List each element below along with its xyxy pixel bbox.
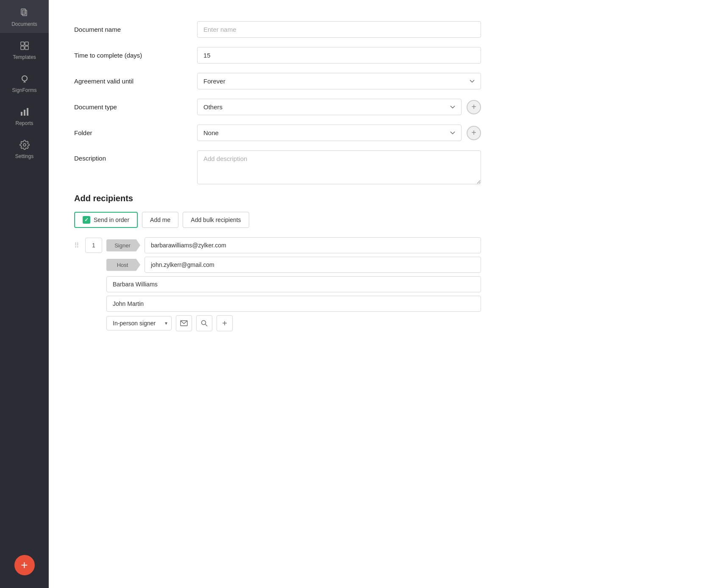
recipient-name1-input[interactable] bbox=[106, 276, 481, 292]
recipients-actions: Send in order Add me Add bulk recipients bbox=[74, 212, 481, 228]
action-row: In-person signer Remote signer ▾ bbox=[106, 315, 481, 331]
recipients-section: Add recipients Send in order Add me Add … bbox=[74, 194, 481, 331]
sidebar-item-documents[interactable]: Documents bbox=[0, 0, 49, 33]
form-row-folder: Folder None Folder 1 Folder 2 + bbox=[74, 125, 481, 141]
form-row-document-name: Document name bbox=[74, 21, 481, 38]
form-row-time: Time to complete (days) bbox=[74, 47, 481, 64]
email-icon-button[interactable] bbox=[176, 315, 192, 331]
document-type-select[interactable]: Others Contract Invoice NDA bbox=[197, 99, 462, 115]
documents-icon bbox=[19, 8, 30, 18]
order-number: 1 bbox=[85, 238, 102, 253]
host-role-badge: Host bbox=[106, 259, 140, 271]
svg-point-15 bbox=[202, 321, 206, 325]
agreement-wrap: Forever 1 year 2 years Custom bbox=[197, 73, 481, 89]
sidebar-item-documents-label: Documents bbox=[11, 21, 37, 27]
svg-rect-10 bbox=[21, 112, 22, 116]
add-bulk-button[interactable]: Add bulk recipients bbox=[183, 212, 249, 228]
folder-select[interactable]: None Folder 1 Folder 2 bbox=[197, 125, 462, 141]
recipients-title: Add recipients bbox=[74, 194, 481, 203]
recipient-group-1: ⠿ 1 Signer Host bbox=[74, 237, 481, 331]
svg-rect-6 bbox=[21, 46, 24, 50]
description-textarea[interactable] bbox=[197, 150, 481, 184]
add-me-button[interactable]: Add me bbox=[142, 212, 178, 228]
name1-row bbox=[106, 276, 481, 292]
description-label: Description bbox=[74, 150, 197, 162]
drag-handle-icon[interactable]: ⠿ bbox=[74, 241, 81, 250]
svg-line-16 bbox=[206, 325, 208, 327]
sidebar-item-signforms-label: SignForms bbox=[12, 87, 36, 93]
svg-point-13 bbox=[23, 144, 26, 146]
send-order-checkbox bbox=[83, 216, 90, 224]
add-me-label: Add me bbox=[150, 216, 170, 223]
svg-line-9 bbox=[25, 81, 25, 83]
settings-icon bbox=[19, 140, 30, 150]
svg-rect-5 bbox=[25, 42, 28, 45]
send-in-order-button[interactable]: Send in order bbox=[74, 212, 138, 228]
add-recipient-button[interactable]: + bbox=[217, 315, 233, 331]
add-bulk-label: Add bulk recipients bbox=[191, 216, 241, 223]
sidebar-item-templates[interactable]: Templates bbox=[0, 33, 49, 66]
search-icon bbox=[201, 320, 208, 327]
time-input[interactable] bbox=[197, 47, 481, 64]
sidebar-item-settings[interactable]: Settings bbox=[0, 132, 49, 165]
form-row-description: Description bbox=[74, 150, 481, 184]
sidebar-item-settings-label: Settings bbox=[15, 153, 33, 159]
signer-row: ⠿ 1 Signer bbox=[74, 237, 481, 253]
svg-rect-11 bbox=[24, 110, 25, 116]
sidebar-item-signforms[interactable]: SignForms bbox=[0, 66, 49, 99]
svg-rect-12 bbox=[27, 108, 28, 116]
svg-rect-4 bbox=[21, 42, 24, 45]
sidebar: Documents Templates SignForms Reports bbox=[0, 0, 49, 588]
document-name-wrap bbox=[197, 21, 481, 38]
document-type-label: Document type bbox=[74, 103, 197, 111]
sidebar-item-templates-label: Templates bbox=[13, 54, 36, 60]
sidebar-item-reports[interactable]: Reports bbox=[0, 99, 49, 132]
host-row: Host bbox=[106, 257, 481, 273]
svg-rect-7 bbox=[25, 46, 28, 50]
sidebar-item-reports-label: Reports bbox=[15, 120, 33, 126]
signforms-icon bbox=[19, 74, 30, 84]
reports-icon bbox=[19, 107, 30, 117]
search-icon-button[interactable] bbox=[196, 315, 212, 331]
add-document-type-button[interactable]: + bbox=[467, 100, 481, 114]
folder-label: Folder bbox=[74, 129, 197, 136]
agreement-select[interactable]: Forever 1 year 2 years Custom bbox=[197, 73, 481, 89]
email-icon bbox=[180, 320, 188, 326]
fab-button[interactable]: + bbox=[14, 555, 35, 575]
templates-icon bbox=[19, 41, 30, 51]
form-row-document-type: Document type Others Contract Invoice ND… bbox=[74, 99, 481, 115]
send-in-order-label: Send in order bbox=[94, 216, 129, 223]
folder-wrap: None Folder 1 Folder 2 + bbox=[197, 125, 481, 141]
agreement-label: Agreement valid until bbox=[74, 78, 197, 85]
host-email-input[interactable] bbox=[145, 257, 481, 273]
add-recipient-icon: + bbox=[222, 319, 227, 327]
time-wrap bbox=[197, 47, 481, 64]
add-folder-button[interactable]: + bbox=[467, 126, 481, 140]
inperson-select-wrap: In-person signer Remote signer ▾ bbox=[106, 316, 172, 330]
document-name-label: Document name bbox=[74, 26, 197, 33]
main-content: Document name Time to complete (days) Ag… bbox=[49, 0, 712, 588]
recipient-name2-input[interactable] bbox=[106, 296, 481, 312]
document-name-input[interactable] bbox=[197, 21, 481, 38]
name2-row bbox=[106, 296, 481, 312]
document-form: Document name Time to complete (days) Ag… bbox=[74, 21, 481, 331]
description-wrap bbox=[197, 150, 481, 184]
document-type-wrap: Others Contract Invoice NDA + bbox=[197, 99, 481, 115]
inperson-select[interactable]: In-person signer Remote signer bbox=[106, 316, 172, 330]
time-label: Time to complete (days) bbox=[74, 52, 197, 59]
signer-email-input[interactable] bbox=[145, 237, 481, 253]
signer-role-badge: Signer bbox=[106, 239, 140, 252]
form-row-agreement: Agreement valid until Forever 1 year 2 y… bbox=[74, 73, 481, 89]
